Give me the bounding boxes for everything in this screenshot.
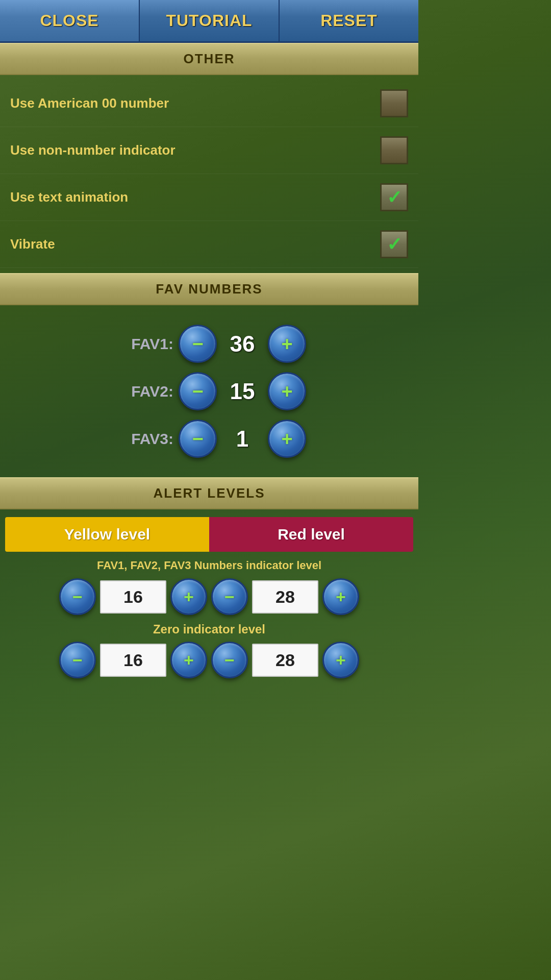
fav2-value: 15 (222, 379, 263, 404)
settings-area: Use American 00 number Use non-number in… (0, 75, 418, 273)
fav3-row: FAV3: − 1 + (5, 420, 413, 458)
text-animation-setting-row: Use text animation ✓ (0, 174, 418, 221)
fav-red-plus-icon: + (336, 588, 346, 605)
alert-bar: Yellow level Red level (5, 517, 413, 552)
fav1-plus-button[interactable]: + (268, 325, 306, 363)
zero-indicator-label: Zero indicator level (5, 622, 413, 636)
fav-yellow-plus-icon: + (184, 588, 194, 605)
american-label: Use American 00 number (10, 95, 380, 111)
fav1-label: FAV1: (112, 335, 173, 353)
fav-alert-controls-row: − 16 + − 28 + (5, 578, 413, 615)
fav2-minus-icon: − (192, 382, 203, 401)
vibrate-checkmark: ✓ (387, 235, 402, 254)
zero-yellow-plus-icon: + (184, 651, 194, 669)
american-checkbox[interactable] (380, 89, 408, 117)
text-animation-checkbox[interactable]: ✓ (380, 183, 408, 211)
fav3-plus-button[interactable]: + (268, 420, 306, 458)
fav1-minus-icon: − (192, 334, 203, 354)
alert-levels-section-header: ALERT LEVELS (0, 477, 418, 509)
vibrate-setting-row: Vibrate ✓ (0, 221, 418, 268)
close-button[interactable]: CLOSE (0, 0, 140, 41)
zero-red-minus-icon: − (224, 651, 235, 669)
yellow-level-label: Yellow level (5, 517, 209, 552)
fav-yellow-value[interactable]: 16 (100, 580, 166, 614)
zero-alert-controls-row: − 16 + − 28 + (5, 642, 413, 678)
fav2-minus-button[interactable]: − (179, 372, 217, 410)
fav-yellow-minus-button[interactable]: − (59, 578, 96, 615)
vibrate-checkbox[interactable]: ✓ (380, 230, 408, 258)
other-section-header: OTHER (0, 43, 418, 75)
zero-red-minus-button[interactable]: − (211, 642, 248, 678)
zero-yellow-value[interactable]: 16 (100, 644, 166, 677)
fav2-label: FAV2: (112, 383, 173, 400)
fav-numbers-section-header: FAV NUMBERS (0, 273, 418, 305)
fav-red-plus-button[interactable]: + (322, 578, 359, 615)
zero-yellow-minus-button[interactable]: − (59, 642, 96, 678)
zero-red-plus-icon: + (336, 651, 346, 669)
fav3-label: FAV3: (112, 430, 173, 448)
fav1-minus-button[interactable]: − (179, 325, 217, 363)
fav-red-minus-icon: − (224, 588, 235, 605)
red-level-label: Red level (209, 517, 413, 552)
fav-red-value[interactable]: 28 (252, 580, 318, 614)
tutorial-button[interactable]: TUTORIAL (140, 0, 280, 41)
fav-red-minus-button[interactable]: − (211, 578, 248, 615)
fav3-value: 1 (222, 426, 263, 452)
fav1-row: FAV1: − 36 + (5, 325, 413, 363)
non-number-setting-row: Use non-number indicator (0, 127, 418, 174)
fav-yellow-plus-button[interactable]: + (170, 578, 207, 615)
reset-button[interactable]: RESET (280, 0, 418, 41)
fav3-minus-button[interactable]: − (179, 420, 217, 458)
zero-red-value[interactable]: 28 (252, 644, 318, 677)
fav2-row: FAV2: − 15 + (5, 372, 413, 410)
fav2-plus-icon: + (281, 382, 292, 401)
zero-red-plus-button[interactable]: + (322, 642, 359, 678)
american-setting-row: Use American 00 number (0, 80, 418, 127)
text-animation-label: Use text animation (10, 189, 380, 205)
non-number-checkbox[interactable] (380, 136, 408, 164)
non-number-label: Use non-number indicator (10, 142, 380, 158)
header-bar: CLOSE TUTORIAL RESET (0, 0, 418, 43)
fav3-plus-icon: + (281, 429, 292, 449)
fav-indicator-subtitle: FAV1, FAV2, FAV3 Numbers indicator level (5, 559, 413, 572)
fav-numbers-area: FAV1: − 36 + FAV2: − 15 + FAV3: − 1 + (0, 305, 418, 477)
fav3-minus-icon: − (192, 429, 203, 449)
text-animation-checkmark: ✓ (387, 188, 402, 207)
alert-levels-area: Yellow level Red level FAV1, FAV2, FAV3 … (0, 509, 418, 691)
fav2-plus-button[interactable]: + (268, 372, 306, 410)
vibrate-label: Vibrate (10, 236, 380, 252)
fav-yellow-minus-icon: − (72, 588, 83, 605)
fav1-plus-icon: + (281, 334, 292, 354)
zero-yellow-plus-button[interactable]: + (170, 642, 207, 678)
zero-yellow-minus-icon: − (72, 651, 83, 669)
fav1-value: 36 (222, 331, 263, 357)
